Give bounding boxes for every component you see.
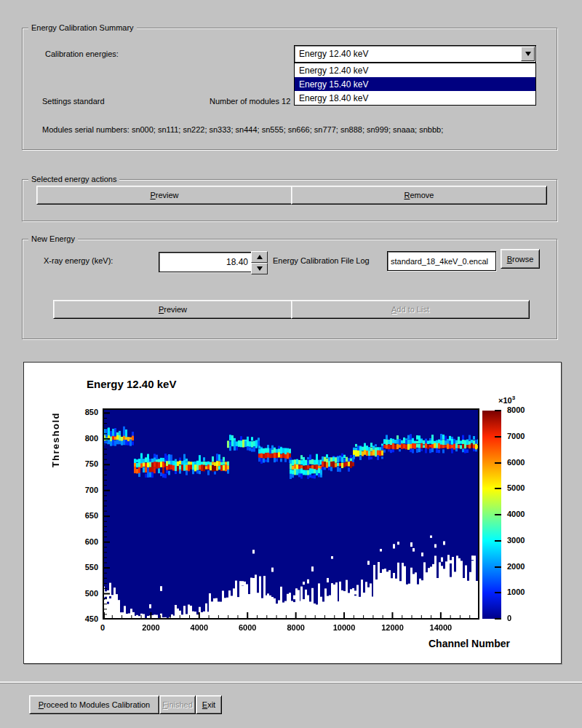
y-tick-label: 600: [71, 537, 98, 546]
modules-serial-numbers-label: Modules serial numbers: sn000; sn111; sn…: [42, 124, 443, 135]
y-tick-label: 800: [71, 434, 98, 443]
exit-label: Exit: [202, 700, 215, 709]
summary-group-title: Energy Calibration Summary: [28, 23, 137, 33]
number-of-modules-label: Number of modules 12: [210, 96, 290, 106]
add-to-list-button[interactable]: Add to List: [291, 300, 530, 319]
colorbar-tick: [495, 436, 501, 438]
preview-selected-button[interactable]: Preview: [36, 186, 292, 205]
colorbar-tick: [495, 488, 501, 489]
browse-label: Browse: [507, 255, 534, 264]
finished-label: Finished: [162, 700, 193, 709]
energy-dropdown-list: Energy 12.40 keVEnergy 15.40 keVEnergy 1…: [294, 63, 536, 106]
y-tick-label: 550: [71, 563, 98, 571]
colorbar-scale-label: ×103: [498, 395, 515, 405]
colorbar-tick: [495, 462, 501, 464]
plot-panel: Energy 12.40 keV Threshold Channel Numbe…: [23, 362, 562, 664]
colorbar-tick: [495, 540, 501, 542]
xray-energy-label: X-ray energy (keV):: [44, 256, 113, 266]
proceed-button[interactable]: Proceed to Modules Calibration: [29, 695, 159, 714]
colorbar-tick-label: 6000: [507, 458, 525, 467]
spin-down-button[interactable]: [251, 263, 268, 274]
file-log-label: Energy Calibration File Log: [273, 256, 370, 266]
dropdown-item-1[interactable]: Energy 15.40 keV: [295, 77, 535, 91]
colorbar-tick: [495, 514, 501, 515]
y-tick-label: 850: [71, 408, 98, 416]
colorbar-tick-label: 5000: [507, 483, 525, 492]
remove-label: Remove: [404, 191, 434, 199]
x-tick-label: 6000: [226, 623, 269, 632]
plot-title: Energy 12.40 keV: [87, 378, 176, 390]
colorbar-tick-label: 7000: [507, 432, 525, 440]
y-tick-label: 500: [71, 589, 98, 598]
spin-up-button[interactable]: [251, 251, 268, 263]
add-to-list-label: Add to List: [391, 305, 429, 314]
colorbar-tick-label: 1000: [507, 587, 525, 596]
remove-button[interactable]: Remove: [291, 186, 547, 205]
arrow-up-icon: [257, 255, 263, 259]
x-tick-label: 10000: [322, 623, 366, 632]
heatmap-canvas: [103, 408, 479, 620]
finished-button[interactable]: Finished: [159, 695, 196, 714]
colorbar-tick: [495, 618, 501, 620]
preview-new-label: Preview: [159, 305, 187, 314]
calibration-energies-label: Calibration energies:: [45, 49, 119, 59]
x-tick-label: 12000: [370, 623, 414, 632]
colorbar-tick: [495, 410, 501, 411]
preview-new-button[interactable]: Preview: [53, 300, 292, 319]
file-log-input[interactable]: [388, 252, 495, 270]
x-tick-label: 8000: [274, 623, 318, 632]
colorbar-tick-label: 0: [507, 614, 511, 622]
new-energy-group-title: New Energy: [28, 234, 78, 244]
x-tick-label: 0: [81, 623, 124, 632]
colorbar-tick: [495, 592, 501, 593]
colorbar-tick: [495, 566, 501, 568]
exit-button[interactable]: Exit: [196, 695, 222, 714]
x-tick-label: 4000: [178, 623, 221, 632]
x-axis-label: Channel Number: [321, 638, 510, 649]
y-tick-label: 700: [71, 486, 98, 494]
xray-energy-spinbox: [159, 252, 252, 272]
preview-selected-label: Preview: [150, 191, 178, 199]
xray-energy-input[interactable]: [159, 253, 251, 272]
settings-standard-label: Settings standard: [42, 96, 105, 106]
chevron-down-icon: [525, 52, 531, 56]
dropdown-item-2[interactable]: Energy 18.40 keV: [295, 91, 535, 105]
browse-button[interactable]: Browse: [501, 249, 540, 269]
x-tick-label: 14000: [419, 623, 463, 632]
calibration-energy-combobox[interactable]: Energy 12.40 keV: [294, 45, 536, 63]
dropdown-item-0[interactable]: Energy 12.40 keV: [295, 63, 535, 77]
file-log-field: [387, 251, 496, 271]
y-axis-label: Threshold: [50, 412, 61, 467]
colorbar-tick-label: 4000: [507, 510, 525, 518]
colorbar-tick-label: 2000: [507, 562, 525, 571]
combobox-dropdown-button[interactable]: [521, 47, 535, 61]
x-tick-label: 2000: [129, 623, 172, 632]
colorbar-tick-label: 8000: [507, 405, 525, 414]
footer-separator: [0, 681, 582, 684]
arrow-down-icon: [257, 266, 263, 271]
actions-group-title: Selected energy actions: [28, 174, 119, 184]
y-tick-label: 750: [71, 459, 98, 468]
combobox-value: Energy 12.40 keV: [299, 46, 368, 62]
colorbar-tick-label: 3000: [507, 536, 525, 545]
y-tick-label: 450: [71, 614, 98, 623]
proceed-label: Proceed to Modules Calibration: [39, 700, 150, 709]
y-tick-label: 650: [71, 511, 98, 520]
